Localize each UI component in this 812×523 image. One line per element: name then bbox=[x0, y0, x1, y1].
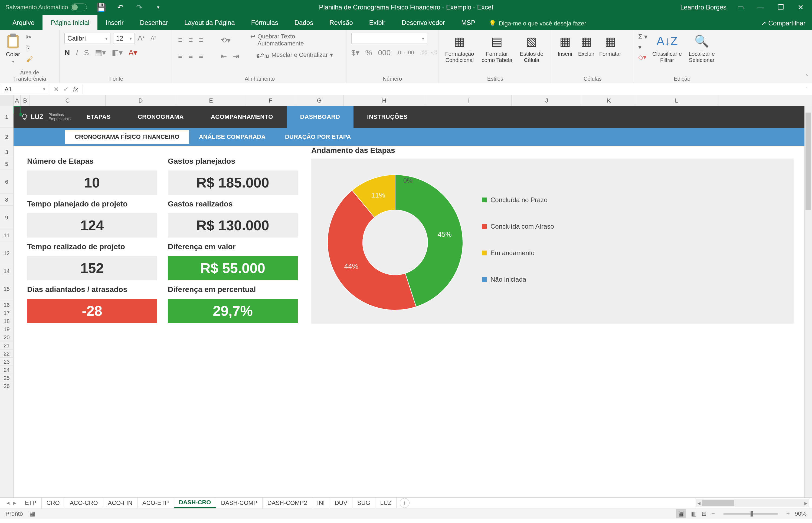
ribbon-display-icon[interactable]: ▭ bbox=[735, 3, 746, 12]
macro-record-icon[interactable]: ▦ bbox=[30, 510, 35, 517]
user-name[interactable]: Leandro Borges bbox=[680, 3, 726, 11]
col-header-L[interactable]: L bbox=[636, 95, 717, 106]
column-headers[interactable]: ABCDEFGHIJKL bbox=[14, 95, 812, 106]
increase-font-icon[interactable]: A▴ bbox=[138, 34, 144, 43]
row-header-19[interactable]: 19 bbox=[0, 325, 13, 333]
page-layout-view-icon[interactable]: ▥ bbox=[691, 510, 697, 517]
ribbon-tab-exibir[interactable]: Exibir bbox=[361, 15, 393, 30]
increase-decimal-icon[interactable]: .0→.00 bbox=[396, 50, 414, 56]
row-header-21[interactable]: 21 bbox=[0, 341, 13, 349]
italic-icon[interactable]: I bbox=[76, 49, 78, 57]
col-header-J[interactable]: J bbox=[512, 95, 582, 106]
col-header-E[interactable]: E bbox=[176, 95, 246, 106]
col-header-I[interactable]: I bbox=[425, 95, 512, 106]
ribbon-tab-desenhar[interactable]: Desenhar bbox=[132, 15, 176, 30]
collapse-ribbon-icon[interactable]: ˄ bbox=[805, 74, 808, 81]
dash-tab-dashboard[interactable]: DASHBOARD bbox=[287, 106, 354, 128]
row-header-2[interactable]: 2 bbox=[0, 128, 13, 146]
ribbon-tab-layout-da-página[interactable]: Layout da Página bbox=[176, 15, 243, 30]
align-center-icon[interactable]: ≡ bbox=[188, 52, 193, 60]
normal-view-icon[interactable]: ▦ bbox=[676, 509, 686, 518]
fill-handle[interactable] bbox=[19, 113, 22, 116]
font-color-icon[interactable]: A▾ bbox=[128, 48, 138, 57]
row-header-9[interactable]: 9 bbox=[0, 205, 13, 230]
ribbon-tab-arquivo[interactable]: Arquivo bbox=[4, 15, 42, 30]
row-header-20[interactable]: 20 bbox=[0, 333, 13, 341]
row-header-17[interactable]: 17 bbox=[0, 309, 13, 317]
sheet-tab-ACO-ETP[interactable]: ACO-ETP bbox=[138, 498, 174, 508]
zoom-in-icon[interactable]: + bbox=[786, 510, 790, 517]
redo-icon[interactable]: ↷ bbox=[135, 3, 144, 12]
dash-subtab-1[interactable]: ANÁLISE COMPARADA bbox=[189, 130, 275, 144]
col-header-A[interactable]: A bbox=[14, 95, 21, 106]
copy-icon[interactable]: ⎘ bbox=[26, 44, 33, 53]
col-header-F[interactable]: F bbox=[246, 95, 295, 106]
merge-center-button[interactable]: �ముมMesclar e Centralizar ▾ bbox=[256, 51, 333, 61]
align-right-icon[interactable]: ≡ bbox=[199, 52, 203, 60]
row-header-14[interactable]: 14 bbox=[0, 265, 13, 277]
autosum-icon[interactable]: Σ ▾ bbox=[638, 33, 648, 41]
dash-tab-etapas[interactable]: ETAPAS bbox=[73, 106, 124, 128]
row-header-22[interactable]: 22 bbox=[0, 349, 13, 358]
align-middle-icon[interactable]: ≡ bbox=[188, 36, 193, 44]
cell-styles-button[interactable]: ▧Estilos de Célula bbox=[518, 33, 545, 63]
formula-input[interactable] bbox=[83, 85, 801, 94]
fill-icon[interactable]: ▾ bbox=[638, 43, 648, 51]
col-header-G[interactable]: G bbox=[295, 95, 344, 106]
dash-tab-instruções[interactable]: INSTRUÇÕES bbox=[353, 106, 421, 128]
insert-cells-button[interactable]: ▦Inserir bbox=[557, 33, 573, 57]
ribbon-tab-página-inicial[interactable]: Página Inicial bbox=[42, 15, 98, 30]
autosave-toggle[interactable]: Salvamento Automático bbox=[5, 3, 87, 11]
tab-scroll-right-icon[interactable]: ▸ bbox=[13, 500, 16, 506]
horizontal-scrollbar[interactable]: ◂ ▸ bbox=[695, 499, 809, 507]
row-header-18[interactable]: 18 bbox=[0, 317, 13, 325]
col-header-D[interactable]: D bbox=[106, 95, 176, 106]
align-bottom-icon[interactable]: ≡ bbox=[199, 36, 203, 44]
col-header-K[interactable]: K bbox=[582, 95, 636, 106]
col-header-B[interactable]: B bbox=[21, 95, 30, 106]
row-header-12[interactable]: 12 bbox=[0, 241, 13, 265]
font-name-combo[interactable]: Calibri▾ bbox=[65, 33, 110, 44]
font-size-combo[interactable]: 12▾ bbox=[113, 33, 135, 44]
row-header-16[interactable]: 16 bbox=[0, 301, 13, 309]
sheet-tab-LUZ[interactable]: LUZ bbox=[375, 498, 397, 508]
row-header-1[interactable]: 1 bbox=[0, 106, 13, 128]
sheet-tab-DASH-COMP[interactable]: DASH-COMP bbox=[216, 498, 262, 508]
col-header-C[interactable]: C bbox=[30, 95, 106, 106]
row-header-15[interactable]: 15 bbox=[0, 277, 13, 301]
comma-format-icon[interactable]: 000 bbox=[378, 49, 391, 57]
zoom-slider[interactable] bbox=[723, 513, 778, 515]
row-header-6[interactable]: 6 bbox=[0, 170, 13, 194]
align-top-icon[interactable]: ≡ bbox=[178, 36, 182, 44]
row-header-23[interactable]: 23 bbox=[0, 358, 13, 366]
borders-icon[interactable]: ▦▾ bbox=[95, 48, 106, 57]
row-headers[interactable]: 1235689111214151617181920212223242526 bbox=[0, 95, 14, 497]
new-sheet-button[interactable]: + bbox=[400, 498, 409, 508]
increase-indent-icon[interactable]: ⇥ bbox=[233, 52, 239, 60]
row-header-5[interactable]: 5 bbox=[0, 158, 13, 170]
row-header-8[interactable]: 8 bbox=[0, 194, 13, 205]
sheet-tab-ACO-FIN[interactable]: ACO-FIN bbox=[103, 498, 138, 508]
accounting-format-icon[interactable]: $▾ bbox=[351, 48, 359, 57]
save-icon[interactable]: 💾 bbox=[96, 3, 106, 12]
sheet-tab-ETP[interactable]: ETP bbox=[20, 498, 42, 508]
row-header-24[interactable]: 24 bbox=[0, 366, 13, 374]
tell-me-input[interactable]: 💡Diga-me o que você deseja fazer bbox=[489, 20, 586, 30]
sheet-tab-ACO-CRO[interactable]: ACO-CRO bbox=[65, 498, 103, 508]
fill-color-icon[interactable]: ◧▾ bbox=[112, 48, 123, 57]
wrap-text-button[interactable]: ↩Quebrar Texto Automaticamente bbox=[250, 33, 341, 47]
dash-subtab-2[interactable]: DURAÇÃO POR ETAPA bbox=[275, 130, 361, 144]
ribbon-tab-dados[interactable]: Dados bbox=[286, 15, 321, 30]
sheet-tab-DASH-CRO[interactable]: DASH-CRO bbox=[174, 498, 216, 508]
format-painter-icon[interactable]: 🖌 bbox=[26, 55, 33, 64]
qat-customize-icon[interactable]: ▾ bbox=[154, 3, 163, 12]
page-break-view-icon[interactable]: ⊞ bbox=[702, 510, 706, 517]
clear-icon[interactable]: ◇▾ bbox=[638, 54, 648, 61]
close-icon[interactable]: ✕ bbox=[795, 3, 807, 12]
col-header-H[interactable]: H bbox=[344, 95, 425, 106]
cut-icon[interactable]: ✂ bbox=[26, 33, 33, 41]
ribbon-tab-fórmulas[interactable]: Fórmulas bbox=[243, 15, 286, 30]
sheet-tab-DUV[interactable]: DUV bbox=[330, 498, 352, 508]
tab-scroll-left-icon[interactable]: ◂ bbox=[6, 500, 10, 506]
dash-tab-acompanhamento[interactable]: ACOMPANHAMENTO bbox=[197, 106, 287, 128]
